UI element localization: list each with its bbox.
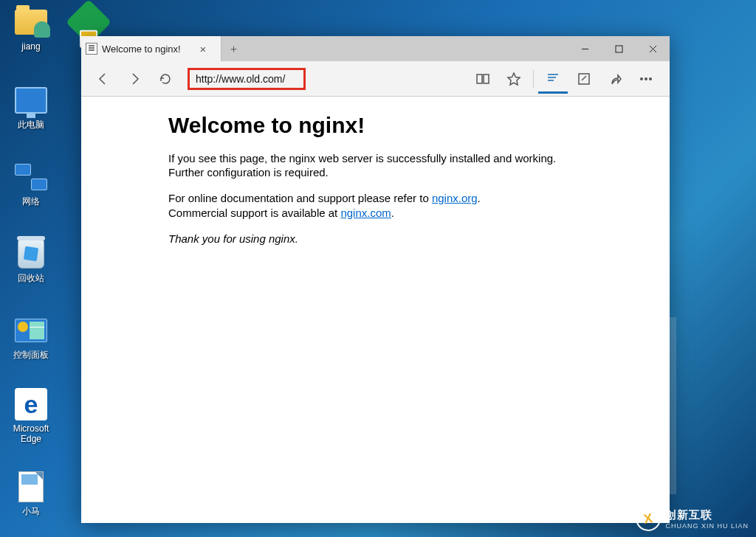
icon-label: 网络 xyxy=(3,196,59,207)
desktop-icon-this-pc[interactable]: 此电脑 xyxy=(3,83,59,130)
icon-label: 小马 xyxy=(3,506,59,516)
page-para-2: For online documentation and support ple… xyxy=(168,191,567,219)
webnote-button[interactable] xyxy=(569,64,599,94)
svg-point-14 xyxy=(650,77,652,80)
recycle-bin-icon xyxy=(18,239,44,268)
pc-icon xyxy=(15,87,47,114)
tab-bar: Welcome to nginx! × ＋ xyxy=(81,36,670,61)
svg-marker-6 xyxy=(508,73,520,85)
tab-title: Welcome to nginx! xyxy=(102,44,187,55)
page-icon xyxy=(86,43,97,55)
browser-tab[interactable]: Welcome to nginx! × xyxy=(81,36,221,61)
favorite-button[interactable] xyxy=(499,64,529,94)
desktop-icon-recycle-bin[interactable]: 回收站 xyxy=(3,236,59,283)
network-icon xyxy=(15,164,47,190)
separator xyxy=(533,70,534,88)
refresh-button[interactable] xyxy=(152,66,179,92)
watermark-line2: CHUANG XIN HU LIAN xyxy=(665,522,749,530)
icon-label: 回收站 xyxy=(3,273,59,283)
page-content: Welcome to nginx! If you see this page, … xyxy=(81,97,670,523)
desktop-icon-user-folder[interactable]: jiang xyxy=(3,4,59,52)
link-nginx-com[interactable]: nginx.com xyxy=(340,207,391,219)
svg-rect-5 xyxy=(484,75,489,83)
reading-view-button[interactable] xyxy=(468,64,498,94)
more-button[interactable] xyxy=(631,64,661,94)
address-bar[interactable]: http://www.old.com/ xyxy=(188,68,306,90)
close-window-button[interactable] xyxy=(636,36,670,61)
share-button[interactable] xyxy=(600,64,630,94)
watermark: X 创新互联 CHUANG XIN HU LIAN xyxy=(636,506,749,531)
svg-point-12 xyxy=(641,77,643,80)
svg-rect-1 xyxy=(616,46,622,52)
minimize-button[interactable] xyxy=(568,36,602,61)
address-bar-wrap: http://www.old.com/ xyxy=(188,68,459,90)
hub-button[interactable] xyxy=(538,64,568,94)
watermark-logo-icon: X xyxy=(634,504,663,533)
forward-button[interactable] xyxy=(121,66,148,92)
page-heading: Welcome to nginx! xyxy=(168,113,649,138)
desktop-icon-network[interactable]: 网络 xyxy=(3,159,59,207)
window-controls xyxy=(568,36,670,61)
desktop-icon-edge[interactable]: e Microsoft Edge xyxy=(3,387,59,445)
icon-label: 此电脑 xyxy=(3,119,59,130)
edge-icon: e xyxy=(15,388,47,420)
svg-line-11 xyxy=(582,76,586,80)
desktop-icon-control-panel[interactable]: 控制面板 xyxy=(3,313,59,360)
page-para-1: If you see this page, the nginx web serv… xyxy=(168,151,567,179)
browser-window: Welcome to nginx! × ＋ http://www.old.com… xyxy=(81,36,670,523)
icon-label: jiang xyxy=(3,41,59,52)
tab-close-button[interactable]: × xyxy=(191,43,215,55)
toolbar: http://www.old.com/ xyxy=(81,61,670,97)
back-button[interactable] xyxy=(90,66,117,92)
new-tab-button[interactable]: ＋ xyxy=(221,36,245,61)
folder-user-icon xyxy=(15,10,47,35)
watermark-line1: 创新互联 xyxy=(665,508,749,522)
toolbar-right xyxy=(468,64,661,94)
file-icon xyxy=(18,471,44,502)
desktop-icon-file[interactable]: 小马 xyxy=(3,469,59,516)
link-nginx-org[interactable]: nginx.org xyxy=(432,192,478,204)
svg-rect-4 xyxy=(477,75,482,83)
page-thanks: Thank you for using nginx. xyxy=(168,232,567,246)
maximize-button[interactable] xyxy=(602,36,636,61)
icon-label: Microsoft Edge xyxy=(3,423,59,445)
svg-point-13 xyxy=(645,77,647,80)
icon-label: 控制面板 xyxy=(3,350,59,360)
control-panel-icon xyxy=(15,319,47,342)
